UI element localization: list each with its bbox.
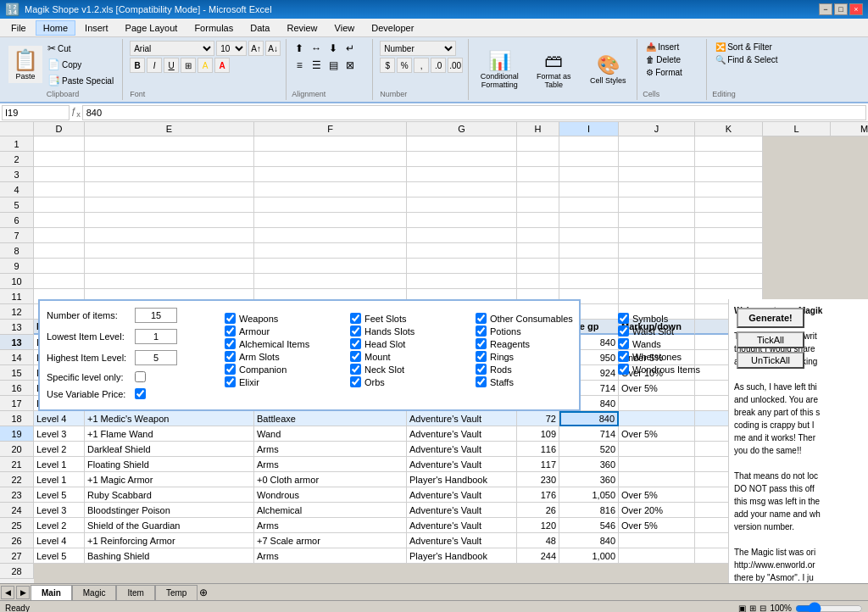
cell-e6[interactable] xyxy=(85,213,254,228)
cell-j21[interactable] xyxy=(619,442,695,457)
cell-g4[interactable] xyxy=(407,182,517,198)
cell-f9[interactable] xyxy=(254,259,407,274)
highest-level-input[interactable] xyxy=(135,350,177,365)
cell-d3[interactable] xyxy=(34,167,85,182)
cell-i7[interactable] xyxy=(559,228,619,243)
cell-i2[interactable] xyxy=(559,152,619,167)
checkbox-potions-input[interactable] xyxy=(476,325,487,337)
comma-button[interactable]: , xyxy=(414,58,429,73)
cell-j28[interactable] xyxy=(619,548,695,564)
cell-k10[interactable] xyxy=(695,274,763,289)
cell-f22[interactable]: Arms xyxy=(254,457,407,472)
font-name-select[interactable]: Arial xyxy=(130,41,214,56)
cell-g20[interactable]: Adventure's Vault xyxy=(407,426,517,442)
cell-j5[interactable] xyxy=(619,198,695,213)
cell-e9[interactable] xyxy=(85,259,254,274)
cell-g22[interactable]: Adventure's Vault xyxy=(407,457,517,472)
lowest-level-input[interactable] xyxy=(135,329,177,344)
menu-home[interactable]: Home xyxy=(36,20,75,36)
checkbox-companion-input[interactable] xyxy=(225,364,236,375)
cell-g23[interactable]: Player's Handbook xyxy=(407,472,517,487)
cell-e21[interactable]: Darkleaf Shield xyxy=(85,442,254,457)
cell-d4[interactable] xyxy=(34,182,85,198)
cell-h7[interactable] xyxy=(517,228,559,243)
cell-g21[interactable]: Adventure's Vault xyxy=(407,442,517,457)
checkbox-staffs-input[interactable] xyxy=(476,376,487,387)
align-bottom-button[interactable]: ⬇ xyxy=(326,41,341,56)
cell-h20[interactable]: 109 xyxy=(517,426,559,442)
menu-developer[interactable]: Developer xyxy=(364,20,421,36)
cell-d19[interactable]: Level 4 xyxy=(34,411,85,426)
align-left-button[interactable]: ≡ xyxy=(292,58,307,73)
cell-h27[interactable]: 48 xyxy=(517,533,559,548)
cell-d28[interactable]: Level 5 xyxy=(34,548,85,564)
cell-f19[interactable]: Battleaxe xyxy=(254,411,407,426)
cell-j10[interactable] xyxy=(619,274,695,289)
wrap-text-button[interactable]: ↵ xyxy=(342,41,358,56)
insert-cells-button[interactable]: 📥 Insert xyxy=(643,41,703,53)
cell-d27[interactable]: Level 4 xyxy=(34,533,85,548)
cell-e27[interactable]: +1 Reinforcing Armor xyxy=(85,533,254,548)
checkbox-hands-slots-input[interactable] xyxy=(350,325,361,337)
paste-button[interactable]: 📋 Paste xyxy=(8,46,42,83)
cell-e8[interactable] xyxy=(85,243,254,259)
cell-g2[interactable] xyxy=(407,152,517,167)
menu-review[interactable]: Review xyxy=(279,20,325,36)
cell-f2[interactable] xyxy=(254,152,407,167)
cell-e24[interactable]: Ruby Scabbard xyxy=(85,487,254,503)
cell-j7[interactable] xyxy=(619,228,695,243)
name-box[interactable] xyxy=(2,105,70,120)
decrease-font-button[interactable]: A↓ xyxy=(265,41,281,56)
checkbox-neck-slot-input[interactable] xyxy=(350,364,361,375)
checkbox-rings-input[interactable] xyxy=(476,351,487,362)
cell-styles-button[interactable]: 🎨 Cell Styles xyxy=(582,52,633,87)
increase-font-button[interactable]: A↑ xyxy=(248,41,264,56)
cell-e20[interactable]: +1 Flame Wand xyxy=(85,426,254,442)
cell-d22[interactable]: Level 1 xyxy=(34,457,85,472)
cell-e22[interactable]: Floating Shield xyxy=(85,457,254,472)
cell-g19[interactable]: Adventure's Vault xyxy=(407,411,517,426)
variable-price-checkbox[interactable] xyxy=(135,388,146,399)
cell-f8[interactable] xyxy=(254,243,407,259)
cell-f23[interactable]: +0 Cloth armor xyxy=(254,472,407,487)
checkbox-arm-slots-input[interactable] xyxy=(225,351,236,362)
page-break-icon[interactable]: ⊟ xyxy=(760,604,766,612)
untick-all-button[interactable]: UnTickAll xyxy=(737,352,804,369)
cell-g5[interactable] xyxy=(407,198,517,213)
cell-h8[interactable] xyxy=(517,243,559,259)
cell-i6[interactable] xyxy=(559,213,619,228)
checkbox-armour-input[interactable] xyxy=(225,325,236,337)
checkbox-head-slot-input[interactable] xyxy=(350,338,361,349)
cell-g26[interactable]: Adventure's Vault xyxy=(407,518,517,533)
find-select-button[interactable]: 🔍 Find & Select xyxy=(712,53,781,66)
cell-d1[interactable] xyxy=(34,136,85,152)
menu-page-layout[interactable]: Page Layout xyxy=(118,20,186,36)
cell-f6[interactable] xyxy=(254,213,407,228)
cell-h22[interactable]: 117 xyxy=(517,457,559,472)
menu-view[interactable]: View xyxy=(327,20,363,36)
minimize-button[interactable]: − xyxy=(819,3,832,15)
cell-f28[interactable]: Arms xyxy=(254,548,407,564)
cell-j27[interactable] xyxy=(619,533,695,548)
cell-k4[interactable] xyxy=(695,182,763,198)
scroll-sheet-right-button[interactable]: ▶ xyxy=(16,586,30,599)
cell-f20[interactable]: Wand xyxy=(254,426,407,442)
cell-e5[interactable] xyxy=(85,198,254,213)
cell-e10[interactable] xyxy=(85,274,254,289)
paste-special-button[interactable]: 📑 Paste Special xyxy=(44,73,117,88)
menu-file[interactable]: File xyxy=(3,20,34,36)
cell-i24[interactable]: 1,050 xyxy=(559,487,619,503)
conditional-formatting-button[interactable]: 📊 Conditional Formatting xyxy=(474,47,525,92)
cell-j18[interactable] xyxy=(619,396,695,411)
cell-j1[interactable] xyxy=(619,136,695,152)
format-table-button[interactable]: 🗃 Format as Table xyxy=(528,47,579,92)
font-size-select[interactable]: 10 xyxy=(216,41,247,56)
cell-j22[interactable] xyxy=(619,457,695,472)
cell-e28[interactable]: Bashing Shield xyxy=(85,548,254,564)
cell-h28[interactable]: 244 xyxy=(517,548,559,564)
cell-i10[interactable] xyxy=(559,274,619,289)
sheet-tab-temp[interactable]: Temp xyxy=(155,585,198,600)
cell-i5[interactable] xyxy=(559,198,619,213)
align-middle-button[interactable]: ↔ xyxy=(309,41,324,56)
cell-g24[interactable]: Adventure's Vault xyxy=(407,487,517,503)
